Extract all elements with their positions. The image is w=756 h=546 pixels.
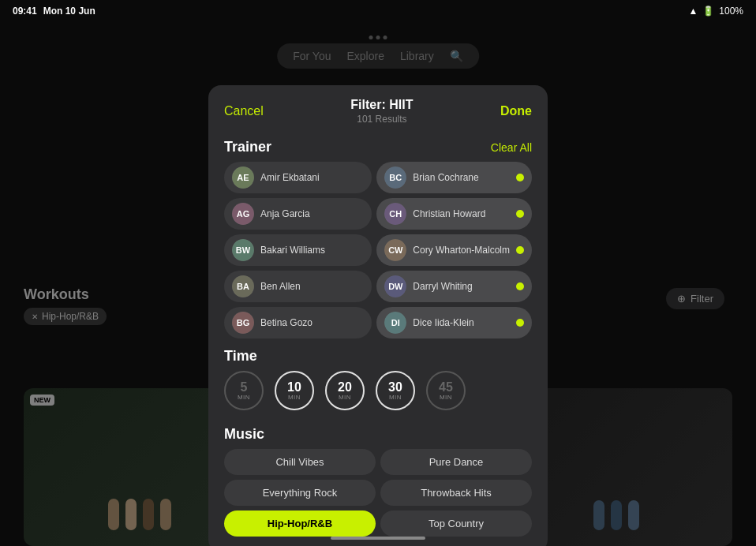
time-10min[interactable]: 10 MIN <box>275 371 314 410</box>
battery-icon: 🔋 <box>702 6 714 17</box>
time-45-value: 45 <box>439 381 453 394</box>
trainer-name-betina: Betina Gozo <box>260 317 313 328</box>
trainer-avatar-amir: AE <box>232 166 254 189</box>
modal-header: Cancel Filter: HIIT 101 Results Done <box>208 85 548 131</box>
trainer-item-darryl[interactable]: DW Darryl Whiting <box>376 271 532 302</box>
trainer-name-bakari: Bakari Williams <box>260 245 325 256</box>
filter-modal: Cancel Filter: HIIT 101 Results Done Tra… <box>208 85 548 546</box>
trainer-name-amir: Amir Ekbatani <box>260 172 320 183</box>
selected-indicator-brian <box>516 174 524 181</box>
trainer-section-header: Trainer Clear All <box>208 131 548 162</box>
time-30min[interactable]: 30 MIN <box>376 371 415 410</box>
trainer-avatar-bakari: BW <box>232 239 254 261</box>
modal-title-wrap: Filter: HIIT 101 Results <box>350 98 413 125</box>
time-30-value: 30 <box>388 381 402 394</box>
modal-results: 101 Results <box>350 114 413 125</box>
time-20-value: 20 <box>338 381 352 394</box>
trainer-item-bakari[interactable]: BW Bakari Williams <box>224 234 372 266</box>
time-45min[interactable]: 45 MIN <box>426 371 466 410</box>
selected-indicator-dice <box>516 319 524 327</box>
modal-title: Filter: HIIT <box>350 98 413 112</box>
time-5min[interactable]: 5 MIN <box>224 371 264 410</box>
trainer-item-amir[interactable]: AE Amir Ekbatani <box>224 162 372 193</box>
home-indicator <box>331 537 425 540</box>
selected-indicator-christian <box>516 210 524 218</box>
trainer-name-cory: Cory Wharton-Malcolm <box>413 245 510 256</box>
time-circles: 5 MIN 10 MIN 20 MIN 30 MIN 45 MIN <box>224 371 532 410</box>
time-section-title: Time <box>224 348 257 364</box>
trainer-avatar-dice: DI <box>384 312 406 334</box>
trainer-item-brian[interactable]: BC Brian Cochrane <box>376 162 532 193</box>
music-top-country[interactable]: Top Country <box>380 510 532 537</box>
trainer-item-ben[interactable]: BA Ben Allen <box>224 271 372 302</box>
music-section-title: Music <box>224 426 264 442</box>
status-right: ▲ 🔋 100% <box>688 6 743 17</box>
status-bar: 09:41 Mon 10 Jun ▲ 🔋 100% <box>0 0 756 22</box>
trainer-name-christian: Christian Howard <box>413 208 485 219</box>
trainer-avatar-betina: BG <box>232 312 254 334</box>
music-section: Music Chill Vibes Pure Dance Everything … <box>208 417 548 537</box>
wifi-icon: ▲ <box>688 6 698 17</box>
music-chill-vibes[interactable]: Chill Vibes <box>224 449 376 475</box>
trainer-grid: AE Amir Ekbatani BC Brian Cochrane AG An… <box>208 162 548 338</box>
music-pure-dance[interactable]: Pure Dance <box>380 449 532 475</box>
time-30-unit: MIN <box>389 394 402 401</box>
time-10-value: 10 <box>287 381 301 394</box>
trainer-avatar-ben: BA <box>232 275 254 297</box>
music-throwback-hits[interactable]: Throwback Hits <box>380 480 532 506</box>
trainer-avatar-brian: BC <box>384 166 406 189</box>
done-button[interactable]: Done <box>500 104 532 118</box>
time-5-unit: MIN <box>238 394 250 401</box>
trainer-avatar-darryl: DW <box>384 275 406 297</box>
trainer-item-dice[interactable]: DI Dice Iida-Klein <box>376 307 532 338</box>
trainer-avatar-cory: CW <box>384 239 406 261</box>
time-45-unit: MIN <box>440 394 452 401</box>
music-everything-rock[interactable]: Everything Rock <box>224 480 376 506</box>
trainer-avatar-christian: CH <box>384 203 406 225</box>
trainer-name-brian: Brian Cochrane <box>413 172 478 183</box>
selected-indicator-darryl <box>516 282 524 290</box>
status-time: 09:41 <box>13 6 37 17</box>
trainer-name-dice: Dice Iida-Klein <box>413 317 473 328</box>
time-10-unit: MIN <box>288 394 301 401</box>
trainer-item-cory[interactable]: CW Cory Wharton-Malcolm <box>376 234 532 266</box>
time-section: Time 5 MIN 10 MIN 20 MIN 30 MIN 45 MIN <box>208 338 548 417</box>
time-20-unit: MIN <box>339 394 351 401</box>
cancel-button[interactable]: Cancel <box>224 104 264 118</box>
trainer-item-christian[interactable]: CH Christian Howard <box>376 198 532 230</box>
battery-level: 100% <box>719 6 743 17</box>
trainer-section-title: Trainer <box>224 139 271 155</box>
trainer-avatar-anja: AG <box>232 203 254 225</box>
selected-indicator-cory <box>516 246 524 254</box>
trainer-item-betina[interactable]: BG Betina Gozo <box>224 307 372 338</box>
time-5-value: 5 <box>241 381 248 394</box>
trainer-name-ben: Ben Allen <box>260 281 301 292</box>
music-hip-hop[interactable]: Hip-Hop/R&B <box>224 510 376 537</box>
trainer-item-anja[interactable]: AG Anja Garcia <box>224 198 372 230</box>
status-date: Mon 10 Jun <box>43 6 95 17</box>
trainer-name-anja: Anja Garcia <box>260 208 310 219</box>
clear-all-button[interactable]: Clear All <box>491 141 532 154</box>
trainer-name-darryl: Darryl Whiting <box>413 281 472 292</box>
music-grid: Chill Vibes Pure Dance Everything Rock T… <box>224 449 532 537</box>
time-20min[interactable]: 20 MIN <box>325 371 365 410</box>
